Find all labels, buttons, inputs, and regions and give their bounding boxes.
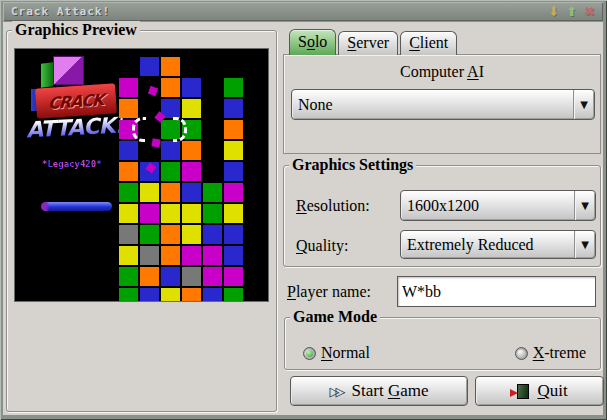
empty-cell xyxy=(203,78,222,97)
game-preview-screen: CRACK ATTACK! *Legacy420* xyxy=(14,48,269,302)
magenta-block xyxy=(203,246,222,265)
yellow-block xyxy=(140,183,159,202)
logo-purple-block xyxy=(53,56,84,85)
energy-bar xyxy=(41,202,112,211)
magenta-block xyxy=(140,204,159,223)
green-block xyxy=(161,162,180,181)
green-block xyxy=(119,267,138,286)
green-block xyxy=(119,183,138,202)
graphics-preview-frame: Graphics Preview CRACK ATTACK! *Legacy42… xyxy=(6,30,277,412)
blue-block xyxy=(161,267,180,286)
green-block xyxy=(203,204,222,223)
green-block xyxy=(224,78,243,97)
fast-forward-icon: ▷▷ xyxy=(330,384,346,399)
green-block xyxy=(203,183,222,202)
radio-circle[interactable] xyxy=(515,347,528,360)
falling-garbage-piece xyxy=(151,138,160,147)
blue-block xyxy=(140,57,159,76)
mode-tabs: Solo Server Client xyxy=(289,26,457,55)
empty-cell xyxy=(119,57,138,76)
blue-block xyxy=(182,183,201,202)
yellow-block xyxy=(119,204,138,223)
close-icon[interactable]: ✖ xyxy=(584,5,595,19)
game-mode-options: Normal X-treme xyxy=(285,344,600,362)
player-name-label: Player name: xyxy=(287,283,371,301)
radio-normal-label: Normal xyxy=(321,344,370,362)
yellow-block xyxy=(182,225,201,244)
exit-arrow-icon xyxy=(510,389,518,397)
solo-tab-page: Computer AI None ▼ xyxy=(283,54,601,154)
blue-block xyxy=(224,99,243,118)
radio-circle[interactable] xyxy=(303,347,316,360)
radio-normal[interactable]: Normal xyxy=(303,344,370,362)
graphics-preview-label: Graphics Preview xyxy=(12,21,140,39)
orange-block xyxy=(182,288,201,302)
maximize-icon[interactable]: ⬆ xyxy=(566,5,577,19)
yellow-block xyxy=(161,204,180,223)
quality-label: Quality: xyxy=(296,237,348,255)
resolution-label: Resolution: xyxy=(296,197,370,215)
yellow-block xyxy=(224,204,243,223)
logo-green-block xyxy=(41,62,53,88)
orange-block xyxy=(161,78,180,97)
dialog-content: Graphics Preview CRACK ATTACK! *Legacy42… xyxy=(3,22,603,415)
tab-client[interactable]: Client xyxy=(400,31,457,55)
quit-button[interactable]: Quit xyxy=(475,376,604,406)
logo-crack-text: CRACK xyxy=(48,89,105,112)
minimize-icon[interactable]: ⬇ xyxy=(548,5,559,19)
logo-attack-text: ATTACK! xyxy=(25,112,124,142)
orange-block xyxy=(119,99,138,118)
blue-block xyxy=(161,141,180,160)
blue-block xyxy=(224,246,243,265)
yellow-block xyxy=(119,246,138,265)
empty-cell xyxy=(203,57,222,76)
gray-block xyxy=(182,267,201,286)
computer-ai-dropdown[interactable]: None ▼ xyxy=(291,89,595,120)
empty-cell xyxy=(203,141,222,160)
tab-server[interactable]: Server xyxy=(338,31,398,55)
magenta-block xyxy=(182,162,201,181)
graphics-settings-frame: Graphics Settings Resolution: 1600x1200 … xyxy=(283,165,601,267)
empty-cell xyxy=(203,99,222,118)
quit-label: Quit xyxy=(537,381,567,401)
titlebar[interactable]: Crack Attack! ⬇ ⬆ ✖ xyxy=(3,2,603,21)
resolution-value: 1600x1200 xyxy=(407,197,574,215)
blue-block xyxy=(140,288,159,302)
resolution-dropdown[interactable]: 1600x1200 ▼ xyxy=(400,190,596,221)
block-cursor-left xyxy=(132,117,146,142)
gray-block xyxy=(119,225,138,244)
orange-block xyxy=(161,57,180,76)
magenta-block xyxy=(224,183,243,202)
computer-ai-label: Computer AI xyxy=(284,63,600,81)
gray-block xyxy=(140,246,159,265)
yellow-block xyxy=(182,204,201,223)
dropdown-arrow-icon: ▼ xyxy=(573,90,594,119)
blue-block xyxy=(203,225,222,244)
green-block xyxy=(140,225,159,244)
player-name-input[interactable] xyxy=(397,276,596,307)
magenta-block xyxy=(203,267,222,286)
game-mode-label: Game Mode xyxy=(290,308,380,326)
blue-block xyxy=(224,162,243,181)
blue-block xyxy=(182,78,201,97)
dropdown-arrow-icon: ▼ xyxy=(574,231,595,258)
dropdown-arrow-icon: ▼ xyxy=(574,191,595,220)
blue-block xyxy=(224,225,243,244)
blue-block xyxy=(119,141,138,160)
orange-block xyxy=(140,267,159,286)
quality-value: Extremely Reduced xyxy=(407,236,574,254)
empty-cell xyxy=(182,57,201,76)
tab-solo[interactable]: Solo xyxy=(289,29,336,55)
orange-block xyxy=(182,141,201,160)
start-game-button[interactable]: ▷▷ Start Game xyxy=(290,376,468,406)
magenta-block xyxy=(119,78,138,97)
game-board xyxy=(119,57,243,302)
magenta-block xyxy=(182,246,201,265)
window-title: Crack Attack! xyxy=(3,5,110,18)
orange-block xyxy=(119,162,138,181)
orange-block xyxy=(161,225,180,244)
radio-xtreme[interactable]: X-treme xyxy=(515,344,586,362)
magenta-block xyxy=(224,267,243,286)
player-tag-text: *Legacy420* xyxy=(42,159,102,169)
quality-dropdown[interactable]: Extremely Reduced ▼ xyxy=(400,230,596,259)
